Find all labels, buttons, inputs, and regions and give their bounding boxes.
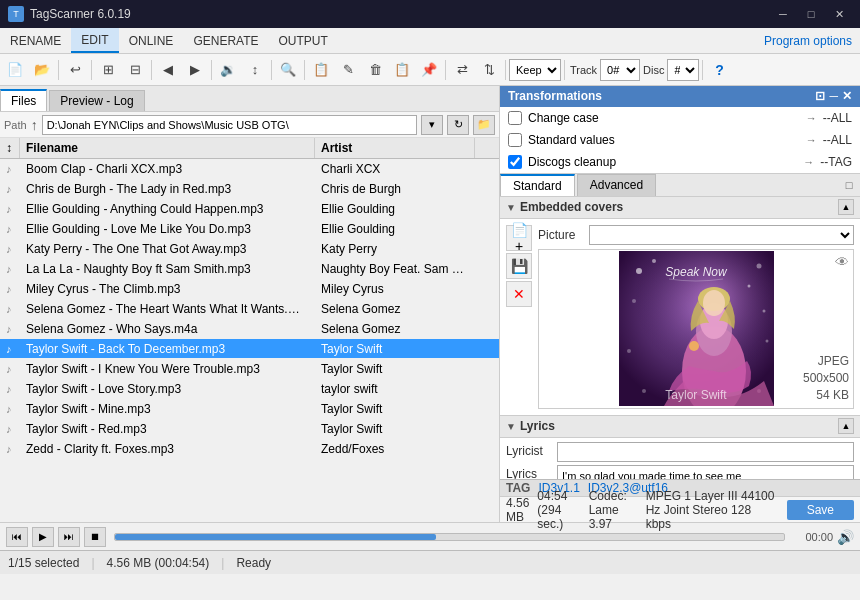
- file-row[interactable]: ♪Ellie Goulding - Anything Could Happen.…: [0, 199, 499, 219]
- play-stop-button[interactable]: ⏹: [84, 527, 106, 547]
- save-button[interactable]: Save: [787, 500, 854, 520]
- tag-copy-button[interactable]: 📋: [389, 58, 415, 82]
- audio-down-button[interactable]: 🔉: [215, 58, 241, 82]
- close-button[interactable]: ✕: [826, 5, 852, 23]
- file-row[interactable]: ♪Taylor Swift - Red.mp3Taylor Swift: [0, 419, 499, 439]
- file-row[interactable]: ♪Miley Cyrus - The Climb.mp3Miley Cyrus: [0, 279, 499, 299]
- arrow-left-button[interactable]: ◀: [155, 58, 181, 82]
- svg-text:Taylor Swift: Taylor Swift: [665, 388, 727, 402]
- embedded-covers-header[interactable]: ▼ Embedded covers ▲: [500, 197, 860, 219]
- tag-read-button[interactable]: 📋: [308, 58, 334, 82]
- arrow-right-button[interactable]: ▶: [182, 58, 208, 82]
- grid-view-button[interactable]: ⊞: [95, 58, 121, 82]
- tab-advanced[interactable]: Advanced: [577, 174, 656, 196]
- path-up-button[interactable]: ↑: [31, 117, 38, 133]
- volume-icon[interactable]: 🔊: [837, 529, 854, 545]
- path-refresh-button[interactable]: ↻: [447, 115, 469, 135]
- tab-standard[interactable]: Standard: [500, 174, 575, 196]
- path-input[interactable]: [42, 115, 417, 135]
- trans-label-standard: Standard values: [528, 133, 800, 147]
- play-prev-button[interactable]: ⏮: [6, 527, 28, 547]
- trans-header-controls: ⊡ ─ ✕: [815, 89, 852, 103]
- cover-add-button[interactable]: 📄+: [506, 225, 532, 251]
- trans-minimize-icon[interactable]: ─: [829, 89, 838, 103]
- sort-button[interactable]: ↕: [242, 58, 268, 82]
- picture-select[interactable]: [589, 225, 854, 245]
- cover-save-button[interactable]: 💾: [506, 253, 532, 279]
- trans-row-changecase: Change case → --ALL: [500, 107, 860, 129]
- open-button[interactable]: 📂: [29, 58, 55, 82]
- menu-rename[interactable]: RENAME: [0, 28, 71, 53]
- trans-cb-standard[interactable]: [508, 133, 522, 147]
- path-browse-button[interactable]: 📁: [473, 115, 495, 135]
- tag-clear-button[interactable]: 🗑: [362, 58, 388, 82]
- file-row[interactable]: ♪Taylor Swift - I Knew You Were Trouble.…: [0, 359, 499, 379]
- lyrics-section-header[interactable]: ▼ Lyrics ▲: [500, 416, 860, 438]
- path-dropdown-button[interactable]: ▾: [421, 115, 443, 135]
- help-button[interactable]: ?: [706, 58, 732, 82]
- file-row[interactable]: ♪Katy Perry - The One That Got Away.mp3K…: [0, 239, 499, 259]
- file-row[interactable]: ♪La La La - Naughty Boy ft Sam Smith.mp3…: [0, 259, 499, 279]
- file-artist: Chris de Burgh: [315, 181, 475, 197]
- trans-cb-changecase[interactable]: [508, 111, 522, 125]
- file-icon: ♪: [0, 402, 20, 416]
- image-size: 500x500: [803, 370, 849, 387]
- tag-paste-button[interactable]: 📌: [416, 58, 442, 82]
- minimize-button[interactable]: ─: [770, 5, 796, 23]
- lyrics-scroll-up[interactable]: ▲: [838, 418, 854, 434]
- file-row[interactable]: ♪Ellie Goulding - Love Me Like You Do.mp…: [0, 219, 499, 239]
- file-row[interactable]: ♪Zedd - Clarity ft. Foxes.mp3Zedd/Foxes: [0, 439, 499, 459]
- file-row[interactable]: ♪Selena Gomez - Who Says.m4aSelena Gomez: [0, 319, 499, 339]
- menu-edit[interactable]: EDIT: [71, 28, 118, 53]
- file-icon: ♪: [0, 302, 20, 316]
- file-filename: Taylor Swift - Red.mp3: [20, 421, 315, 437]
- header-icon[interactable]: ↕: [0, 138, 20, 158]
- format-info: MPEG 1 Layer III 44100 Hz Joint Stereo 1…: [646, 489, 779, 531]
- lyrics-textarea[interactable]: I'm so glad you made time to see me How'…: [557, 465, 854, 479]
- player-progress-bar[interactable]: [114, 533, 785, 541]
- header-filename[interactable]: Filename: [20, 138, 315, 158]
- tab-expand-button[interactable]: □: [838, 174, 860, 196]
- play-button[interactable]: ▶: [32, 527, 54, 547]
- file-artist: Katy Perry: [315, 241, 475, 257]
- trans-detach-icon[interactable]: ⊡: [815, 89, 825, 103]
- menu-generate[interactable]: GENERATE: [183, 28, 268, 53]
- trans-cb-discogs[interactable]: [508, 155, 522, 169]
- menu-online[interactable]: ONLINE: [119, 28, 184, 53]
- arrow-button[interactable]: ⇄: [449, 58, 475, 82]
- tag-write-button[interactable]: ✎: [335, 58, 361, 82]
- file-artist: Taylor Swift: [315, 401, 475, 417]
- file-row[interactable]: ♪Boom Clap - Charli XCX.mp3Charli XCX: [0, 159, 499, 179]
- program-options-link[interactable]: Program options: [756, 30, 860, 52]
- search-button[interactable]: 🔍: [275, 58, 301, 82]
- menu-output[interactable]: OUTPUT: [269, 28, 338, 53]
- list-view-button[interactable]: ⊟: [122, 58, 148, 82]
- file-row[interactable]: ♪Selena Gomez - The Heart Wants What It …: [0, 299, 499, 319]
- cover-eye-button[interactable]: 👁: [835, 254, 849, 270]
- header-artist[interactable]: Artist: [315, 138, 475, 158]
- lyrics-label: Lyrics: [520, 419, 555, 433]
- covers-tools: 📄+ 💾 ✕: [506, 225, 532, 409]
- trans-close-icon[interactable]: ✕: [842, 89, 852, 103]
- lyrics-body: Lyricist Lyrics I'm so glad you made tim…: [500, 438, 860, 479]
- svg-point-3: [652, 259, 656, 263]
- play-next-button[interactable]: ⏭: [58, 527, 80, 547]
- cover-remove-button[interactable]: ✕: [506, 281, 532, 307]
- file-row[interactable]: ♪Taylor Swift - Mine.mp3Taylor Swift: [0, 399, 499, 419]
- new-button[interactable]: 📄: [2, 58, 28, 82]
- disc-select[interactable]: #: [667, 59, 699, 81]
- tag-label: TAG: [506, 481, 530, 495]
- track-select[interactable]: 0#: [600, 59, 640, 81]
- undo-button[interactable]: ↩: [62, 58, 88, 82]
- disc-label: Disc: [641, 64, 666, 76]
- tab-files[interactable]: Files: [0, 89, 47, 111]
- keep-select[interactable]: Keep: [509, 59, 561, 81]
- embedded-covers-scroll-up[interactable]: ▲: [838, 199, 854, 215]
- file-row[interactable]: ♪Taylor Swift - Back To December.mp3Tayl…: [0, 339, 499, 359]
- maximize-button[interactable]: □: [798, 5, 824, 23]
- arrow-down-button[interactable]: ⇅: [476, 58, 502, 82]
- file-row[interactable]: ♪Chris de Burgh - The Lady in Red.mp3Chr…: [0, 179, 499, 199]
- lyricist-input[interactable]: [557, 442, 854, 462]
- file-row[interactable]: ♪Taylor Swift - Love Story.mp3taylor swi…: [0, 379, 499, 399]
- tab-preview[interactable]: Preview - Log: [49, 90, 144, 111]
